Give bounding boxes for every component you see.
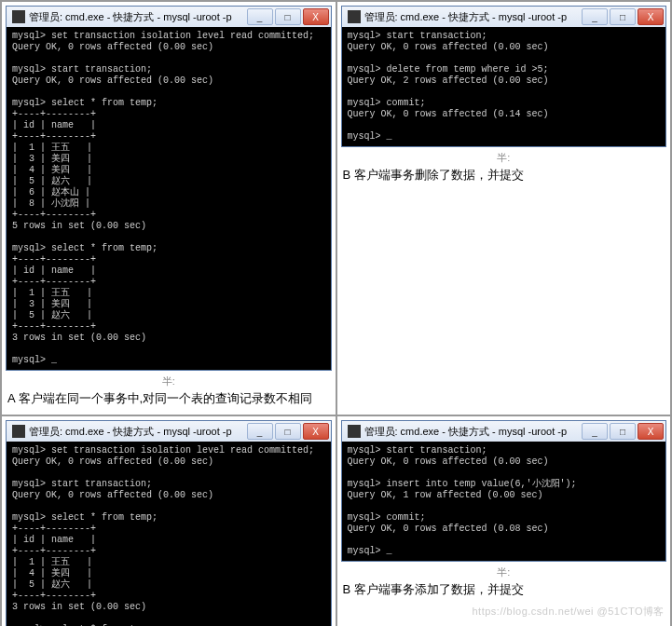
close-button[interactable]: X — [638, 423, 664, 440]
maximize-button[interactable]: □ — [610, 8, 636, 25]
maximize-button[interactable]: □ — [275, 423, 301, 440]
window-controls: _ □ X — [245, 8, 329, 25]
cell-b2: 管理员: cmd.exe - 快捷方式 - mysql -uroot -p _ … — [336, 415, 672, 626]
minimize-button[interactable]: _ — [247, 423, 273, 440]
window-controls: _ □ X — [580, 8, 664, 25]
caption-b2: B 客户端事务添加了数据，并提交 — [341, 579, 667, 602]
window-controls: _ □ X — [580, 423, 664, 440]
terminal-output[interactable]: mysql> set transaction isolation level r… — [7, 442, 331, 626]
close-button[interactable]: X — [303, 423, 329, 440]
minimize-button[interactable]: _ — [582, 423, 608, 440]
window-title: 管理员: cmd.exe - 快捷方式 - mysql -uroot -p — [29, 10, 241, 24]
window-title: 管理员: cmd.exe - 快捷方式 - mysql -uroot -p — [29, 425, 241, 439]
cell-a2: 管理员: cmd.exe - 快捷方式 - mysql -uroot -p _ … — [1, 415, 336, 626]
terminal-window-b1: 管理员: cmd.exe - 快捷方式 - mysql -uroot -p _ … — [341, 6, 667, 147]
cmd-icon — [12, 425, 25, 438]
terminal-window-a2: 管理员: cmd.exe - 快捷方式 - mysql -uroot -p _ … — [6, 420, 332, 626]
titlebar[interactable]: 管理员: cmd.exe - 快捷方式 - mysql -uroot -p _ … — [7, 7, 331, 27]
close-button[interactable]: X — [638, 8, 664, 25]
minimize-button[interactable]: _ — [582, 8, 608, 25]
caption-b1: B 客户端事务删除了数据，并提交 — [341, 165, 667, 187]
ime-indicator: 半: — [6, 374, 332, 388]
cell-a1: 管理员: cmd.exe - 快捷方式 - mysql -uroot -p _ … — [1, 1, 336, 415]
cmd-icon — [348, 10, 361, 23]
ime-indicator: 半: — [341, 151, 667, 165]
minimize-button[interactable]: _ — [247, 8, 273, 25]
window-title: 管理员: cmd.exe - 快捷方式 - mysql -uroot -p — [364, 10, 577, 24]
maximize-button[interactable]: □ — [610, 423, 636, 440]
terminal-window-a1: 管理员: cmd.exe - 快捷方式 - mysql -uroot -p _ … — [6, 6, 332, 371]
titlebar[interactable]: 管理员: cmd.exe - 快捷方式 - mysql -uroot -p _ … — [7, 421, 331, 442]
titlebar[interactable]: 管理员: cmd.exe - 快捷方式 - mysql -uroot -p _ … — [342, 7, 666, 27]
cmd-icon — [348, 425, 361, 438]
terminal-window-b2: 管理员: cmd.exe - 快捷方式 - mysql -uroot -p _ … — [341, 420, 667, 562]
window-controls: _ □ X — [245, 423, 329, 440]
cell-b1: 管理员: cmd.exe - 快捷方式 - mysql -uroot -p _ … — [336, 1, 672, 415]
terminal-output[interactable]: mysql> start transaction; Query OK, 0 ro… — [342, 27, 666, 146]
maximize-button[interactable]: □ — [275, 8, 301, 25]
caption-a1: A 客户端在同一个事务中,对同一个表的查询记录数不相同 — [6, 388, 332, 411]
ime-indicator: 半: — [341, 565, 667, 579]
window-title: 管理员: cmd.exe - 快捷方式 - mysql -uroot -p — [364, 425, 577, 439]
terminal-output[interactable]: mysql> start transaction; Query OK, 0 ro… — [342, 442, 666, 561]
titlebar[interactable]: 管理员: cmd.exe - 快捷方式 - mysql -uroot -p _ … — [342, 421, 666, 442]
terminal-output[interactable]: mysql> set transaction isolation level r… — [7, 27, 331, 370]
cmd-icon — [12, 10, 25, 23]
close-button[interactable]: X — [303, 8, 329, 25]
comparison-grid: 管理员: cmd.exe - 快捷方式 - mysql -uroot -p _ … — [0, 0, 672, 626]
